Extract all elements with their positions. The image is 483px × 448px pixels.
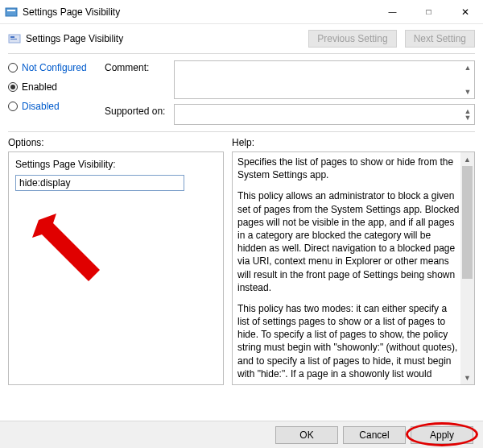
radio-label: Enabled xyxy=(22,81,57,93)
radio-label: Not Configured xyxy=(22,62,87,73)
window-title: Settings Page Visibility xyxy=(23,6,120,18)
panels: Settings Page Visibility: Specifies the … xyxy=(0,151,483,385)
help-panel: Specifies the list of pages to show or h… xyxy=(232,151,475,385)
help-paragraph: This policy has two modes: it can either… xyxy=(237,302,460,381)
maximize-button[interactable]: □ xyxy=(411,0,447,24)
options-header: Options: xyxy=(8,137,224,148)
ok-button[interactable]: OK xyxy=(275,426,338,444)
svg-rect-3 xyxy=(10,36,14,38)
scroll-down-icon[interactable]: ▼ xyxy=(460,371,474,384)
close-button[interactable]: ✕ xyxy=(447,0,483,24)
scroll-up-icon[interactable]: ▲ xyxy=(460,152,474,166)
svg-rect-1 xyxy=(7,10,15,11)
supported-label: Supported on: xyxy=(105,104,169,125)
comment-label: Comment: xyxy=(105,60,169,99)
config-row: Not Configured Enabled Disabled Comment:… xyxy=(0,54,483,131)
options-panel: Settings Page Visibility: xyxy=(8,151,224,385)
radio-label: Disabled xyxy=(22,101,60,112)
titlebar: Settings Page Visibility — □ ✕ xyxy=(0,0,483,24)
next-setting-button[interactable]: Next Setting xyxy=(405,30,475,48)
section-headers: Options: Help: xyxy=(0,132,483,151)
help-scrollbar[interactable]: ▲ ▼ xyxy=(460,152,474,384)
radio-enabled[interactable]: Enabled xyxy=(8,81,105,93)
policy-title: Settings Page Visibility xyxy=(26,33,123,44)
previous-setting-button[interactable]: Previous Setting xyxy=(308,30,396,48)
settings-visibility-input[interactable] xyxy=(15,175,184,191)
radio-disabled[interactable]: Disabled xyxy=(8,101,105,112)
svg-rect-0 xyxy=(6,8,17,16)
scroll-down-icon[interactable]: ▼ xyxy=(461,111,474,124)
radio-not-configured[interactable]: Not Configured xyxy=(8,62,105,73)
policy-icon xyxy=(8,32,21,45)
help-header: Help: xyxy=(232,137,475,148)
svg-rect-4 xyxy=(10,39,17,39)
dialog-footer: OK Cancel Apply xyxy=(0,421,483,448)
help-paragraph: Specifies the list of pages to show or h… xyxy=(237,156,460,181)
comment-row: Comment: ▲ ▼ xyxy=(105,60,475,99)
radio-icon xyxy=(8,102,18,111)
help-paragraph: This policy allows an administrator to b… xyxy=(237,189,460,294)
radio-icon xyxy=(8,63,18,73)
subheader: Settings Page Visibility Previous Settin… xyxy=(0,24,483,53)
scroll-down-icon[interactable]: ▼ xyxy=(461,85,474,98)
cancel-button[interactable]: Cancel xyxy=(343,426,406,444)
help-text: Specifies the list of pages to show or h… xyxy=(237,156,460,381)
option-field-label: Settings Page Visibility: xyxy=(15,159,217,170)
comment-textarea[interactable]: ▲ ▼ xyxy=(174,60,475,99)
scroll-thumb[interactable] xyxy=(462,166,473,279)
scroll-up-icon[interactable]: ▲ xyxy=(461,61,474,74)
state-radio-group: Not Configured Enabled Disabled xyxy=(8,60,105,125)
app-icon xyxy=(5,6,18,19)
minimize-button[interactable]: — xyxy=(374,0,411,24)
supported-row: Supported on: ▲ ▼ xyxy=(105,104,475,125)
radio-icon xyxy=(8,82,18,92)
supported-textarea[interactable]: ▲ ▼ xyxy=(174,104,475,125)
apply-button[interactable]: Apply xyxy=(411,426,473,444)
